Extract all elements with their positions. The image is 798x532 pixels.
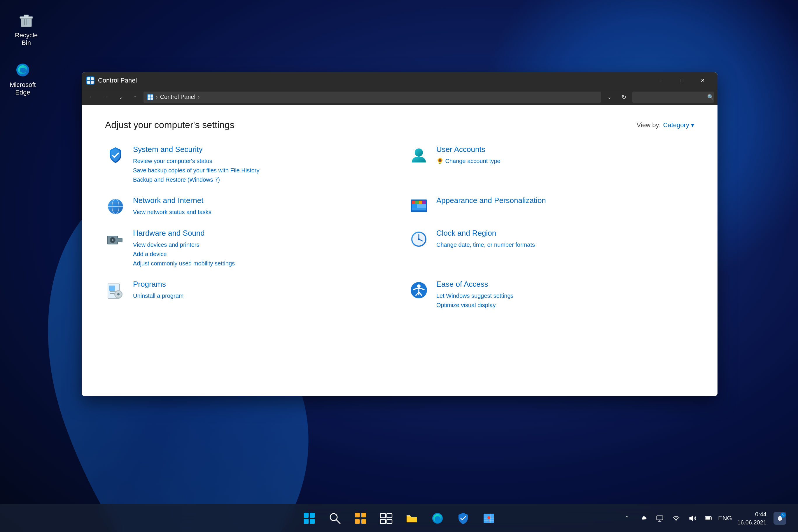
- svg-rect-61: [304, 519, 309, 524]
- edge-label: Microsoft Edge: [7, 81, 38, 96]
- back-button[interactable]: ←: [85, 92, 97, 103]
- shield-taskbar-button[interactable]: [452, 508, 475, 529]
- programs-link-1[interactable]: Uninstall a program: [133, 291, 184, 300]
- user-accounts-link-1[interactable]: 🌻 Change account type: [436, 156, 500, 166]
- hardware-sound-link-3[interactable]: Adjust commonly used mobility settings: [133, 259, 235, 268]
- path-arrow-2: ›: [198, 94, 200, 100]
- hardware-sound-link-2[interactable]: Add a device: [133, 249, 235, 259]
- start-button[interactable]: [298, 508, 321, 529]
- svg-rect-70: [387, 514, 392, 518]
- ease-of-access-icon: [408, 280, 429, 301]
- svg-rect-65: [355, 513, 360, 517]
- search-input[interactable]: [636, 94, 705, 100]
- category-user-accounts: User Accounts 🌻 Change account type: [408, 145, 694, 184]
- ease-of-access-content: Ease of Access Let Windows suggest setti…: [436, 280, 514, 310]
- network-tray-icon[interactable]: [654, 513, 665, 524]
- svg-rect-48: [109, 286, 115, 291]
- system-security-link-3[interactable]: Backup and Restore (Windows 7): [133, 175, 260, 184]
- svg-rect-8: [87, 77, 90, 80]
- recycle-bin-icon[interactable]: Recycle Bin: [9, 9, 44, 49]
- recycle-bin-image: [17, 11, 36, 30]
- appearance-content: Appearance and Personalization: [436, 196, 546, 207]
- svg-rect-60: [310, 513, 315, 518]
- svg-rect-71: [380, 519, 385, 524]
- search-bar[interactable]: 🔍: [632, 92, 714, 103]
- svg-rect-13: [148, 95, 150, 97]
- svg-rect-14: [151, 95, 153, 97]
- edge-taskbar-button[interactable]: [426, 508, 449, 529]
- address-dropdown-button[interactable]: ⌄: [603, 92, 615, 103]
- refresh-button[interactable]: ↻: [618, 92, 630, 103]
- dropdown-button[interactable]: ⌄: [114, 92, 127, 103]
- svg-rect-2: [24, 15, 28, 17]
- svg-rect-67: [355, 519, 360, 524]
- clock-time: 0:44: [737, 510, 766, 518]
- ease-of-access-link-1[interactable]: Let Windows suggest settings: [436, 291, 514, 300]
- svg-point-55: [417, 284, 421, 288]
- cloud-icon[interactable]: [638, 513, 649, 524]
- microsoft-edge-icon[interactable]: Microsoft Edge: [5, 58, 40, 99]
- network-internet-title[interactable]: Network and Internet: [133, 196, 211, 205]
- hardware-sound-link-1[interactable]: View devices and printers: [133, 240, 235, 249]
- system-security-link-1[interactable]: Review your computer's status: [133, 156, 260, 166]
- file-explorer-button[interactable]: [349, 508, 372, 529]
- content-header: Adjust your computer's settings View by:…: [105, 119, 694, 130]
- path-arrow-1: ›: [156, 94, 158, 100]
- network-internet-link-1[interactable]: View network status and tasks: [133, 207, 211, 217]
- minimize-button[interactable]: –: [650, 74, 671, 87]
- task-view-button[interactable]: [375, 508, 398, 529]
- content-area: Adjust your computer's settings View by:…: [82, 105, 718, 396]
- hardware-sound-title[interactable]: Hardware and Sound: [133, 229, 235, 238]
- svg-rect-11: [91, 81, 94, 84]
- maximize-button[interactable]: □: [671, 74, 692, 87]
- programs-content: Programs Uninstall a program: [133, 280, 184, 300]
- recycle-bin-label: Recycle Bin: [11, 32, 41, 47]
- folder-button[interactable]: [400, 508, 423, 529]
- ease-of-access-link-2[interactable]: Optimize visual display: [436, 300, 514, 310]
- system-security-icon: [105, 145, 126, 166]
- map-taskbar-button[interactable]: [477, 508, 500, 529]
- category-system-security: System and Security Review your computer…: [105, 145, 391, 184]
- user-accounts-title[interactable]: User Accounts: [436, 145, 500, 154]
- control-panel-window: Control Panel – □ ✕ ← → ⌄ ↑ ›: [82, 72, 718, 396]
- chevron-tray-icon[interactable]: ⌃: [622, 513, 632, 524]
- svg-marker-80: [689, 515, 693, 521]
- svg-rect-28: [419, 201, 422, 204]
- svg-line-64: [336, 520, 340, 524]
- view-by-value[interactable]: Category ▾: [663, 121, 694, 129]
- svg-point-79: [676, 520, 677, 521]
- svg-rect-9: [91, 77, 94, 80]
- view-by-label: View by:: [637, 121, 661, 129]
- appearance-title[interactable]: Appearance and Personalization: [436, 196, 546, 205]
- path-control-panel[interactable]: Control Panel: [160, 94, 195, 100]
- language-tray-label[interactable]: ENG: [720, 513, 730, 524]
- svg-point-40: [111, 243, 113, 244]
- programs-title[interactable]: Programs: [133, 280, 184, 289]
- clock-region-title[interactable]: Clock and Region: [436, 229, 535, 238]
- clock-region-link-1[interactable]: Change date, time, or number formats: [436, 240, 535, 249]
- page-title: Adjust your computer's settings: [105, 119, 234, 130]
- close-button[interactable]: ✕: [692, 74, 713, 87]
- system-security-link-2[interactable]: Save backup copies of your files with Fi…: [133, 166, 260, 175]
- clock-area[interactable]: 0:44 16.06.2021: [735, 509, 769, 528]
- forward-button[interactable]: →: [100, 92, 112, 103]
- ease-of-access-title[interactable]: Ease of Access: [436, 280, 514, 289]
- taskbar: ⌃: [0, 504, 798, 532]
- search-taskbar-button[interactable]: [323, 508, 346, 529]
- notification-button[interactable]: 5: [774, 512, 786, 525]
- network-internet-content: Network and Internet View network status…: [133, 196, 211, 217]
- address-path[interactable]: › Control Panel ›: [144, 92, 601, 103]
- svg-rect-15: [148, 97, 150, 100]
- volume-tray-icon[interactable]: [687, 513, 698, 524]
- edge-image: [14, 61, 32, 79]
- clock-region-content: Clock and Region Change date, time, or n…: [436, 229, 535, 249]
- search-icon: 🔍: [707, 94, 714, 100]
- category-programs: Programs Uninstall a program: [105, 280, 391, 310]
- system-security-title[interactable]: System and Security: [133, 145, 260, 154]
- wifi-tray-icon[interactable]: [671, 513, 681, 524]
- svg-rect-27: [415, 201, 419, 204]
- svg-rect-10: [87, 81, 90, 84]
- battery-tray-icon[interactable]: [703, 513, 714, 524]
- up-button[interactable]: ↑: [129, 92, 141, 103]
- hardware-sound-icon: [105, 229, 126, 250]
